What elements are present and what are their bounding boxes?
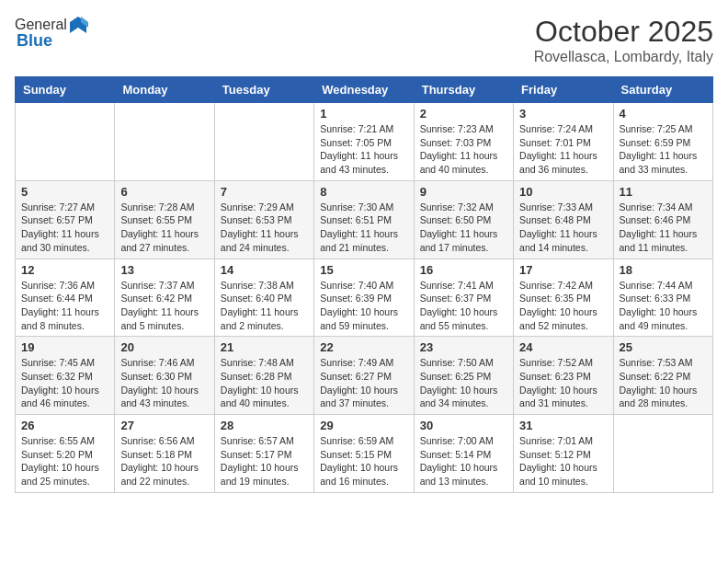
day-number: 13 (120, 263, 208, 277)
calendar-cell (214, 103, 313, 181)
day-number: 8 (320, 185, 407, 199)
day-info: Sunrise: 7:46 AM Sunset: 6:30 PM Dayligh… (120, 356, 208, 410)
calendar-cell: 15Sunrise: 7:40 AM Sunset: 6:39 PM Dayli… (314, 259, 414, 337)
day-number: 18 (620, 263, 707, 277)
calendar-cell: 23Sunrise: 7:50 AM Sunset: 6:25 PM Dayli… (414, 337, 513, 415)
day-info: Sunrise: 7:48 AM Sunset: 6:28 PM Dayligh… (221, 356, 308, 410)
day-info: Sunrise: 7:25 AM Sunset: 6:59 PM Dayligh… (620, 122, 707, 177)
calendar-cell: 29Sunrise: 6:59 AM Sunset: 5:15 PM Dayli… (314, 415, 414, 493)
calendar-cell: 9Sunrise: 7:32 AM Sunset: 6:50 PM Daylig… (414, 180, 513, 259)
day-info: Sunrise: 7:29 AM Sunset: 6:53 PM Dayligh… (221, 201, 308, 255)
header-sunday: Sunday (16, 77, 115, 103)
calendar-cell: 1Sunrise: 7:21 AM Sunset: 7:05 PM Daylig… (314, 103, 414, 181)
day-number: 7 (221, 185, 308, 199)
day-number: 20 (120, 340, 208, 354)
day-info: Sunrise: 7:24 AM Sunset: 7:01 PM Dayligh… (519, 122, 607, 177)
day-info: Sunrise: 7:45 AM Sunset: 6:32 PM Dayligh… (21, 356, 108, 410)
day-number: 25 (620, 340, 707, 354)
day-number: 17 (519, 263, 607, 277)
calendar-cell: 11Sunrise: 7:34 AM Sunset: 6:46 PM Dayli… (613, 180, 712, 259)
day-info: Sunrise: 7:23 AM Sunset: 7:03 PM Dayligh… (420, 122, 507, 177)
header-monday: Monday (115, 77, 214, 103)
day-number: 9 (420, 185, 507, 199)
day-number: 22 (320, 340, 407, 354)
day-number: 5 (21, 185, 108, 199)
calendar-cell: 27Sunrise: 6:56 AM Sunset: 5:18 PM Dayli… (115, 415, 214, 493)
calendar-cell: 12Sunrise: 7:36 AM Sunset: 6:44 PM Dayli… (16, 259, 115, 337)
calendar-cell: 2Sunrise: 7:23 AM Sunset: 7:03 PM Daylig… (414, 103, 513, 181)
day-number: 4 (620, 107, 707, 121)
day-number: 30 (420, 419, 507, 432)
day-info: Sunrise: 7:38 AM Sunset: 6:40 PM Dayligh… (221, 279, 308, 333)
day-headers-row: Sunday Monday Tuesday Wednesday Thursday… (16, 77, 713, 103)
day-info: Sunrise: 6:55 AM Sunset: 5:20 PM Dayligh… (21, 434, 108, 488)
day-info: Sunrise: 7:41 AM Sunset: 6:37 PM Dayligh… (420, 279, 507, 333)
calendar-cell: 14Sunrise: 7:38 AM Sunset: 6:40 PM Dayli… (214, 259, 313, 337)
calendar-cell: 4Sunrise: 7:25 AM Sunset: 6:59 PM Daylig… (613, 103, 712, 181)
day-number: 19 (21, 340, 108, 354)
calendar-cell: 20Sunrise: 7:46 AM Sunset: 6:30 PM Dayli… (115, 337, 214, 415)
calendar-cell: 19Sunrise: 7:45 AM Sunset: 6:32 PM Dayli… (16, 337, 115, 415)
day-number: 23 (420, 340, 507, 354)
calendar-cell (16, 103, 115, 181)
day-number: 3 (519, 107, 607, 121)
day-info: Sunrise: 6:56 AM Sunset: 5:18 PM Dayligh… (120, 434, 208, 488)
day-number: 14 (221, 263, 308, 277)
day-number: 1 (320, 107, 407, 121)
day-number: 29 (320, 419, 407, 432)
day-info: Sunrise: 7:36 AM Sunset: 6:44 PM Dayligh… (21, 279, 108, 333)
calendar-cell: 22Sunrise: 7:49 AM Sunset: 6:27 PM Dayli… (314, 337, 414, 415)
calendar: Sunday Monday Tuesday Wednesday Thursday… (15, 76, 713, 493)
day-number: 16 (420, 263, 507, 277)
calendar-cell: 5Sunrise: 7:27 AM Sunset: 6:57 PM Daylig… (16, 180, 115, 259)
day-info: Sunrise: 7:30 AM Sunset: 6:51 PM Dayligh… (320, 201, 407, 255)
day-number: 21 (221, 340, 308, 354)
day-info: Sunrise: 7:49 AM Sunset: 6:27 PM Dayligh… (320, 356, 407, 410)
day-info: Sunrise: 7:40 AM Sunset: 6:39 PM Dayligh… (320, 279, 407, 333)
calendar-cell: 24Sunrise: 7:52 AM Sunset: 6:23 PM Dayli… (514, 337, 613, 415)
day-number: 11 (620, 185, 707, 199)
calendar-cell: 18Sunrise: 7:44 AM Sunset: 6:33 PM Dayli… (613, 259, 712, 337)
day-info: Sunrise: 7:52 AM Sunset: 6:23 PM Dayligh… (519, 356, 607, 410)
day-info: Sunrise: 7:44 AM Sunset: 6:33 PM Dayligh… (620, 279, 707, 333)
calendar-cell: 25Sunrise: 7:53 AM Sunset: 6:22 PM Dayli… (613, 337, 712, 415)
calendar-cell: 6Sunrise: 7:28 AM Sunset: 6:55 PM Daylig… (115, 180, 214, 259)
day-number: 15 (320, 263, 407, 277)
location-title: Rovellasca, Lombardy, Italy (534, 49, 713, 65)
header-wednesday: Wednesday (314, 77, 414, 103)
day-info: Sunrise: 7:37 AM Sunset: 6:42 PM Dayligh… (120, 279, 208, 333)
day-number: 27 (120, 419, 208, 432)
day-number: 10 (519, 185, 607, 199)
calendar-cell: 13Sunrise: 7:37 AM Sunset: 6:42 PM Dayli… (115, 259, 214, 337)
calendar-cell: 31Sunrise: 7:01 AM Sunset: 5:12 PM Dayli… (514, 415, 613, 493)
calendar-cell: 7Sunrise: 7:29 AM Sunset: 6:53 PM Daylig… (214, 180, 313, 259)
day-number: 28 (221, 419, 308, 432)
title-block: October 2025 Rovellasca, Lombardy, Italy (534, 15, 713, 65)
calendar-cell: 16Sunrise: 7:41 AM Sunset: 6:37 PM Dayli… (414, 259, 513, 337)
day-info: Sunrise: 7:21 AM Sunset: 7:05 PM Dayligh… (320, 122, 407, 177)
day-info: Sunrise: 7:32 AM Sunset: 6:50 PM Dayligh… (420, 201, 507, 255)
calendar-week-row: 5Sunrise: 7:27 AM Sunset: 6:57 PM Daylig… (16, 180, 713, 259)
day-info: Sunrise: 7:33 AM Sunset: 6:48 PM Dayligh… (519, 201, 607, 255)
month-title: October 2025 (534, 15, 713, 49)
day-number: 24 (519, 340, 607, 354)
logo-icon (68, 15, 88, 35)
calendar-cell (613, 415, 712, 493)
day-number: 26 (21, 419, 108, 432)
day-number: 6 (120, 185, 208, 199)
header-tuesday: Tuesday (214, 77, 313, 103)
day-info: Sunrise: 7:53 AM Sunset: 6:22 PM Dayligh… (620, 356, 707, 410)
header-thursday: Thursday (414, 77, 513, 103)
calendar-cell (115, 103, 214, 181)
calendar-cell: 17Sunrise: 7:42 AM Sunset: 6:35 PM Dayli… (514, 259, 613, 337)
day-info: Sunrise: 7:50 AM Sunset: 6:25 PM Dayligh… (420, 356, 507, 410)
day-info: Sunrise: 7:27 AM Sunset: 6:57 PM Dayligh… (21, 201, 108, 255)
day-info: Sunrise: 7:28 AM Sunset: 6:55 PM Dayligh… (120, 201, 208, 255)
day-info: Sunrise: 7:42 AM Sunset: 6:35 PM Dayligh… (519, 279, 607, 333)
calendar-cell: 26Sunrise: 6:55 AM Sunset: 5:20 PM Dayli… (16, 415, 115, 493)
day-info: Sunrise: 6:59 AM Sunset: 5:15 PM Dayligh… (320, 434, 407, 488)
calendar-cell: 28Sunrise: 6:57 AM Sunset: 5:17 PM Dayli… (214, 415, 313, 493)
calendar-week-row: 1Sunrise: 7:21 AM Sunset: 7:05 PM Daylig… (16, 103, 713, 181)
day-info: Sunrise: 6:57 AM Sunset: 5:17 PM Dayligh… (221, 434, 308, 488)
calendar-cell: 30Sunrise: 7:00 AM Sunset: 5:14 PM Dayli… (414, 415, 513, 493)
